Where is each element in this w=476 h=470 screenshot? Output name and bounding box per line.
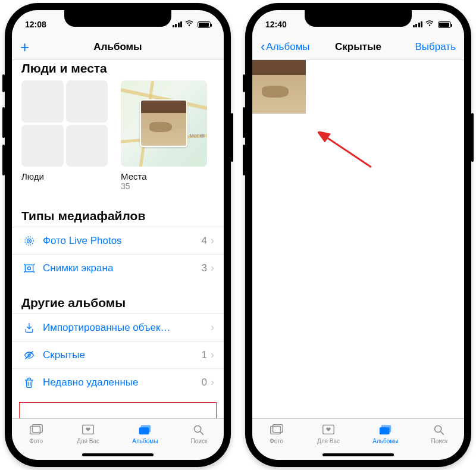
tab-label: Альбомы xyxy=(132,438,158,444)
select-label: Выбрать xyxy=(415,41,456,53)
tab-albums[interactable]: Альбомы xyxy=(372,422,398,444)
row-count: 4 xyxy=(202,235,207,247)
tab-label: Поиск xyxy=(431,438,448,444)
map-inset-photo xyxy=(140,99,187,147)
svg-line-13 xyxy=(201,432,203,435)
home-indicator[interactable] xyxy=(322,453,394,456)
screenshots-icon xyxy=(21,262,37,274)
people-grid xyxy=(21,80,108,167)
chevron-right-icon: › xyxy=(211,321,214,334)
cellular-signal-icon xyxy=(173,21,183,27)
status-icons xyxy=(413,20,452,29)
tab-for-you[interactable]: Для Вас xyxy=(77,422,99,444)
svg-line-14 xyxy=(325,136,371,167)
row-label: Скрытые xyxy=(43,349,202,361)
tab-albums[interactable]: Альбомы xyxy=(132,422,158,444)
other-albums-title: Другие альбомы xyxy=(12,281,224,314)
row-count: 3 xyxy=(202,262,207,274)
search-tab-icon xyxy=(431,422,447,437)
tab-label: Для Вас xyxy=(317,438,340,444)
row-live-photos[interactable]: Фото Live Photos 4 › xyxy=(12,227,224,254)
tab-for-you[interactable]: Для Вас xyxy=(317,422,340,444)
chevron-left-icon: ‹ xyxy=(261,40,265,54)
map-thumbnail: Москв xyxy=(121,80,207,167)
svg-rect-3 xyxy=(25,265,33,272)
trash-icon xyxy=(21,377,37,388)
svg-line-21 xyxy=(441,432,444,435)
import-icon xyxy=(21,322,37,334)
screen: 12:40 ‹ Альбомы Скрытые Выбрать xyxy=(252,10,464,460)
row-hidden[interactable]: Скрытые 1 › xyxy=(12,341,224,368)
for-you-tab-icon xyxy=(80,422,96,437)
svg-point-12 xyxy=(195,426,201,433)
battery-icon xyxy=(198,21,211,28)
tab-photos[interactable]: Фото xyxy=(29,422,44,444)
power-button xyxy=(231,113,233,162)
annotation-highlight xyxy=(19,402,217,418)
annotation-arrow xyxy=(318,131,377,173)
chevron-right-icon: › xyxy=(211,376,214,388)
row-label: Импортированные объек… xyxy=(43,322,211,334)
chevron-right-icon: › xyxy=(211,262,214,274)
tab-label: Альбомы xyxy=(372,438,398,444)
status-time: 12:08 xyxy=(25,20,46,29)
row-recently-deleted[interactable]: Недавно удаленные 0 › xyxy=(12,368,224,396)
tab-search[interactable]: Поиск xyxy=(431,422,448,444)
tab-label: Поиск xyxy=(191,438,208,444)
mute-switch xyxy=(2,74,5,92)
row-count: 0 xyxy=(202,377,207,388)
nav-title: Альбомы xyxy=(93,41,142,53)
tab-label: Фото xyxy=(29,438,43,444)
back-label: Альбомы xyxy=(266,41,309,53)
row-label: Фото Live Photos xyxy=(43,235,202,247)
hidden-photo-thumb[interactable] xyxy=(252,60,306,114)
add-button[interactable]: + xyxy=(20,39,44,55)
volume-down xyxy=(2,145,5,176)
people-card[interactable]: Люди xyxy=(21,80,108,191)
select-button[interactable]: Выбрать xyxy=(415,41,456,53)
volume-up xyxy=(243,107,245,138)
volume-down xyxy=(243,145,245,176)
map-city-label: Москв xyxy=(189,133,205,139)
albums-tab-icon xyxy=(378,422,393,437)
wifi-icon xyxy=(425,20,434,29)
media-types-title: Типы медиафайлов xyxy=(12,195,224,227)
svg-rect-7 xyxy=(30,426,40,434)
wifi-icon xyxy=(184,20,194,29)
svg-point-20 xyxy=(435,426,441,433)
tab-label: Фото xyxy=(270,438,283,444)
tab-photos[interactable]: Фото xyxy=(269,422,284,444)
svg-rect-19 xyxy=(381,425,391,433)
svg-rect-11 xyxy=(140,425,151,433)
tab-search[interactable]: Поиск xyxy=(191,422,208,444)
photos-tab-icon xyxy=(269,422,284,437)
content-area[interactable] xyxy=(252,60,464,418)
row-count: 1 xyxy=(202,349,207,361)
tab-label: Для Вас xyxy=(77,438,99,444)
albums-tab-icon xyxy=(137,422,153,437)
home-indicator[interactable] xyxy=(82,453,154,456)
volume-up xyxy=(2,107,5,138)
row-imported[interactable]: Импортированные объек… › xyxy=(12,314,224,341)
section-people-places-title: Люди и места xyxy=(12,60,224,76)
back-button[interactable]: ‹ Альбомы xyxy=(261,40,310,54)
cards-row: Люди Москв Места 35 xyxy=(12,76,224,195)
svg-rect-8 xyxy=(32,425,42,433)
row-label: Недавно удаленные xyxy=(43,377,202,388)
nav-bar: ‹ Альбомы Скрытые Выбрать xyxy=(252,34,464,60)
chevron-right-icon: › xyxy=(211,349,214,361)
photos-tab-icon xyxy=(29,422,44,437)
phone-right: 12:40 ‹ Альбомы Скрытые Выбрать xyxy=(245,3,471,467)
places-card-label: Места xyxy=(121,171,207,181)
places-card-count: 35 xyxy=(121,181,207,191)
row-screenshots[interactable]: Снимки экрана 3 › xyxy=(12,254,224,281)
photo-grid xyxy=(252,60,464,114)
svg-rect-16 xyxy=(273,425,283,433)
hidden-icon xyxy=(21,349,37,361)
live-photos-icon xyxy=(21,235,37,247)
row-label: Снимки экрана xyxy=(43,262,202,274)
svg-rect-15 xyxy=(270,426,280,434)
nav-title: Скрытые xyxy=(335,41,381,53)
places-card[interactable]: Москв Места 35 xyxy=(121,80,207,191)
content-area[interactable]: Люди и места Люди Москв xyxy=(12,60,224,418)
